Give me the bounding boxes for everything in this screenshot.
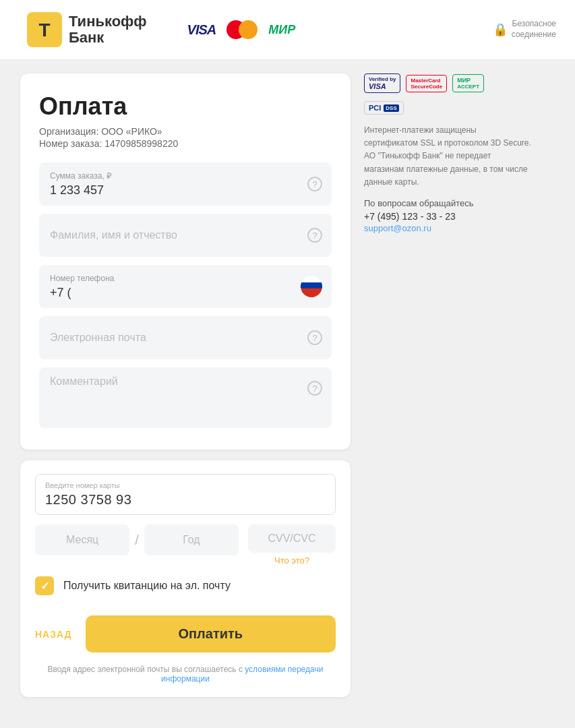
logo: Т Тинькофф Банк <box>27 12 147 47</box>
receipt-checkbox-row: ✓ Получить квитанцию на эл. почту <box>35 566 336 606</box>
receipt-checkbox-label: Получить квитанцию на эл. почту <box>63 580 231 592</box>
comment-inner: Комментарий <box>50 375 321 388</box>
card-number-wrapper[interactable]: Введите номер карты 1250 3758 93 <box>35 474 336 515</box>
form-card: Оплата Организация: ООО «РИКО» Номер зак… <box>20 73 351 450</box>
cvv-label: CVV/CVC <box>268 533 315 544</box>
verified-visa-badge: Verified by VISA <box>364 73 400 93</box>
secure-badge: 🔒 Безопасное соединение <box>493 19 556 40</box>
expiry-row: Месяц / Год <box>35 524 239 555</box>
security-logos: Verified by VISA MasterCard SecureCode М… <box>364 73 533 93</box>
fullname-field[interactable]: Фамилия, имя и отчество ? <box>39 214 332 257</box>
svg-text:Т: Т <box>38 20 50 40</box>
cvv-area: CVV/CVC Что это? <box>248 524 336 566</box>
support-phone: +7 (495) 123 - 33 - 23 <box>364 211 533 222</box>
mir-accept-badge: МИР ACCEPT <box>452 74 484 92</box>
email-placeholder: Электронная почта <box>50 332 146 343</box>
expiry-cvv-row: Месяц / Год CVV/CVC Что это? <box>35 524 336 566</box>
email-hint-icon[interactable]: ? <box>307 330 322 345</box>
main-content: Оплата Организация: ООО «РИКО» Номер зак… <box>0 60 575 710</box>
lock-icon: 🔒 <box>493 22 508 37</box>
fullname-placeholder: Фамилия, имя и отчество <box>50 229 177 241</box>
email-field-group: Электронная почта ? <box>39 316 332 359</box>
payment-brands: VISA МИР <box>187 20 296 39</box>
header: Т Тинькофф Банк VISA МИР <box>0 0 575 60</box>
form-title-area: Оплата Организация: ООО «РИКО» Номер зак… <box>39 92 178 162</box>
security-description: Интернет-платежи защищены сертификатом S… <box>364 124 533 189</box>
pci-badge: PCI DSS <box>364 101 404 115</box>
month-field[interactable]: Месяц <box>35 524 129 555</box>
support-label: По вопросам обращайтесь <box>364 198 533 208</box>
phone-field-group: Номер телефона +7 ( <box>39 265 332 308</box>
right-panel: Verified by VISA MasterCard SecureCode М… <box>364 73 533 233</box>
phone-label: Номер телефона <box>50 274 321 283</box>
amount-inner: Сумма заказа, ₽ 1 233 457 <box>50 171 321 198</box>
footer-note: Вводя адрес электронной почты вы соглаша… <box>35 659 336 684</box>
checkmark-icon: ✓ <box>40 580 49 593</box>
receipt-checkbox[interactable]: ✓ <box>35 576 54 595</box>
amount-field-group: Сумма заказа, ₽ 1 233 457 ? <box>39 162 332 206</box>
svg-rect-3 <box>301 282 322 286</box>
amount-value: 1 233 457 <box>50 183 104 197</box>
phone-inner: Номер телефона +7 ( <box>50 274 321 300</box>
expiry-section: Месяц / Год <box>35 524 239 555</box>
left-panel: Оплата Организация: ООО «РИКО» Номер зак… <box>20 73 351 697</box>
card-number-label: Введите номер карты <box>45 481 326 489</box>
form-org: Организация: ООО «РИКО» <box>39 126 178 137</box>
cvv-wrapper[interactable]: CVV/CVC <box>248 524 336 553</box>
secure-text: Безопасное соединение <box>512 19 556 40</box>
amount-field[interactable]: Сумма заказа, ₽ 1 233 457 ? <box>39 162 332 206</box>
amount-label: Сумма заказа, ₽ <box>50 171 321 181</box>
pci-dss-label: DSS <box>384 104 398 112</box>
support-email[interactable]: support@ozon.ru <box>364 223 533 233</box>
comment-placeholder: Комментарий <box>50 375 118 387</box>
year-field[interactable]: Год <box>144 524 239 555</box>
action-row: НАЗАД Оплатить <box>35 606 336 659</box>
comment-field-group: Комментарий ? <box>39 367 332 428</box>
phone-value: +7 ( <box>50 286 71 299</box>
cvv-hint[interactable]: Что это? <box>248 555 336 566</box>
back-button[interactable]: НАЗАД <box>35 629 72 640</box>
amount-hint-icon[interactable]: ? <box>307 177 322 191</box>
fullname-field-group: Фамилия, имя и отчество ? <box>39 214 332 257</box>
form-title: Оплата <box>39 92 178 121</box>
mc-orange-circle <box>239 20 258 39</box>
card-section: Введите номер карты 1250 3758 93 Месяц /… <box>20 460 351 697</box>
visa-logo: VISA <box>187 22 216 38</box>
mastercard-logo <box>226 20 258 39</box>
bank-label: Банк <box>69 30 147 46</box>
pay-button[interactable]: Оплатить <box>86 615 336 653</box>
comment-field[interactable]: Комментарий ? <box>39 367 332 428</box>
fullname-inner: Фамилия, имя и отчество <box>50 229 321 241</box>
card-number-value: 1250 3758 93 <box>45 492 131 507</box>
logo-text: Тинькофф Банк <box>69 13 147 46</box>
comment-hint-icon[interactable]: ? <box>307 381 322 396</box>
email-field[interactable]: Электронная почта ? <box>39 316 332 359</box>
slash-divider: / <box>135 533 139 548</box>
form-header-row: Оплата Организация: ООО «РИКО» Номер зак… <box>39 92 332 162</box>
mc-secure-badge: MasterCard SecureCode <box>406 75 447 92</box>
form-order: Номер заказа: 14709858998220 <box>39 138 178 149</box>
mir-logo: МИР <box>268 23 295 37</box>
fullname-hint-icon[interactable]: ? <box>307 228 322 243</box>
tinkoff-logo-icon: Т <box>27 12 62 47</box>
phone-field[interactable]: Номер телефона +7 ( <box>39 265 332 308</box>
brand-name: Тинькофф <box>69 13 147 30</box>
russia-flag-icon[interactable] <box>301 276 322 297</box>
email-inner: Электронная почта <box>50 332 321 344</box>
